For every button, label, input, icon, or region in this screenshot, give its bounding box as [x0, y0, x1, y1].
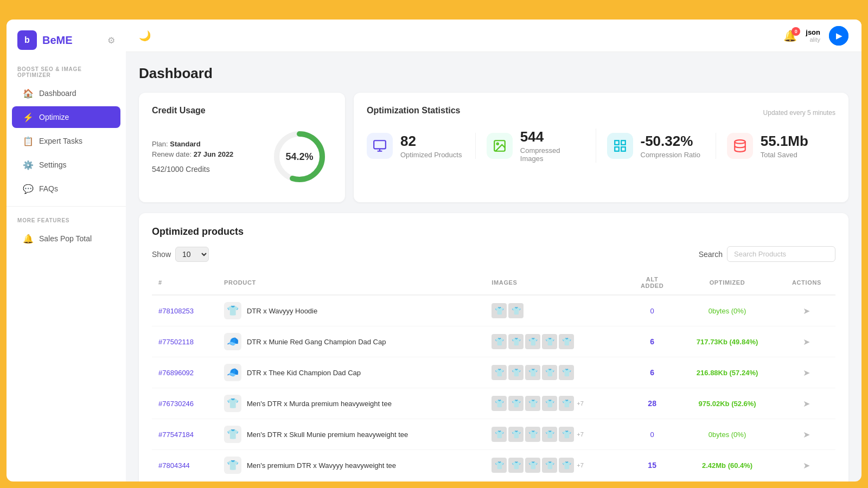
cell-id: #76896092 [152, 357, 218, 388]
credit-card-title: Credit Usage [152, 106, 332, 115]
product-link[interactable]: #76730246 [158, 400, 194, 408]
image-thumb: 👕 [492, 396, 507, 411]
product-link[interactable]: #77547184 [158, 431, 194, 439]
images-cell: 👕👕👕👕👕 [492, 365, 621, 380]
user-sub: ality [809, 36, 820, 43]
settings-gear-icon[interactable]: ⚙ [107, 35, 115, 46]
product-cell: 🧢 DTR x Thee Kid Champion Dad Cap [224, 364, 478, 381]
sidebar-item-label-dashboard: Dashboard [39, 89, 76, 98]
faqs-icon: 💬 [23, 183, 34, 194]
header-right: 🔔 0 json ality ▶ [783, 26, 848, 46]
sidebar-item-sales-pop[interactable]: 🔔 Sales Pop Total [12, 228, 120, 249]
stat-total-saved: 55.1Mb Total Saved [716, 133, 835, 159]
cell-optimized: 975.02Kb (52.6%) [676, 388, 778, 419]
header-left: 🌙 [139, 30, 151, 42]
action-button[interactable]: ➤ [803, 460, 810, 471]
sidebar-item-label-faqs: FAQs [39, 184, 58, 193]
action-button[interactable]: ➤ [803, 306, 810, 316]
stats-header: Optimization Statistics Updated every 5 … [367, 106, 835, 120]
cell-product: 👕 Men's DTR x Murda premium heavyweight … [218, 388, 485, 419]
sidebar-item-faqs[interactable]: 💬 FAQs [12, 178, 120, 200]
image-thumb: 👕 [492, 334, 507, 349]
action-button[interactable]: ➤ [803, 337, 810, 347]
action-button[interactable]: ➤ [803, 368, 810, 378]
sidebar-item-dashboard[interactable]: 🏠 Dashboard [12, 82, 120, 104]
settings-icon: ⚙️ [23, 159, 34, 170]
stat-products-info: 82 Optimized Products [400, 133, 462, 159]
image-thumb: 👕 [525, 334, 540, 349]
cell-actions: ➤ [778, 357, 835, 388]
col-optimized: OPTIMIZED [676, 271, 778, 295]
image-thumb: 👕 [525, 458, 540, 473]
sidebar-item-settings[interactable]: ⚙️ Settings [12, 154, 120, 176]
cell-optimized: 0bytes (0%) [676, 295, 778, 326]
plan-label: Plan: [152, 140, 168, 148]
product-link[interactable]: #77502118 [158, 338, 194, 346]
notification-button[interactable]: 🔔 0 [783, 29, 797, 42]
sidebar-item-label-settings: Settings [39, 160, 67, 169]
sidebar: b BeME ⚙ BOOST SEO & IMAGE OPTIMIZER 🏠 D… [7, 20, 126, 481]
sidebar-item-optimize[interactable]: ⚡ Optimize [12, 106, 120, 128]
product-name: DTR x Munie Red Gang Champion Dad Cap [247, 338, 386, 346]
show-label: Show [152, 250, 171, 259]
image-thumb: 👕 [559, 365, 574, 380]
logo-icon: b [17, 30, 37, 50]
content-area: Dashboard Credit Usage Plan: Standard Re [126, 52, 861, 481]
home-icon: 🏠 [23, 88, 34, 99]
stat-saved-value: 55.1Mb [761, 133, 808, 150]
images-more-count: +7 [577, 431, 584, 438]
svg-point-11 [735, 140, 745, 144]
cell-id: #76730246 [152, 388, 218, 419]
image-thumb: 👕 [492, 458, 507, 473]
sidebar-section-more: MORE FEATURES [7, 212, 126, 227]
sidebar-section-boost: BOOST SEO & IMAGE OPTIMIZER [7, 61, 126, 81]
product-link[interactable]: #76896092 [158, 369, 194, 377]
product-cell: 👕 DTR x Wavyyy Hoodie [224, 302, 478, 319]
product-link[interactable]: #78108253 [158, 307, 194, 315]
optimized-value: 2.42Mb (60.4%) [702, 461, 752, 470]
product-cell: 🧢 DTR x Munie Red Gang Champion Dad Cap [224, 333, 478, 350]
header: 🌙 🔔 0 json ality ▶ [126, 20, 861, 52]
moon-icon[interactable]: 🌙 [139, 30, 151, 42]
action-button[interactable]: ➤ [803, 429, 810, 440]
stat-ratio-info: -50.32% Compression Ratio [641, 133, 701, 159]
optimized-value: 0bytes (0%) [709, 307, 746, 315]
plan-text: Plan: Standard [152, 140, 251, 148]
product-cell: 👕 Men's DTR x Murda premium heavyweight … [224, 395, 478, 412]
image-thumb: 👕 [542, 365, 557, 380]
table-row: #76896092 🧢 DTR x Thee Kid Champion Dad … [152, 357, 835, 388]
action-button[interactable]: ➤ [803, 399, 810, 409]
cell-images: 👕👕👕👕👕+7 [485, 450, 628, 481]
page-title: Dashboard [139, 65, 848, 82]
search-input[interactable] [727, 246, 835, 262]
user-info: json ality [806, 28, 820, 43]
stat-compressed-images: 544 Compressed Images [476, 129, 596, 163]
svg-rect-7 [615, 140, 619, 145]
alt-added-value: 6 [650, 368, 654, 377]
cell-alt-added: 28 [628, 388, 676, 419]
notification-badge: 0 [792, 27, 800, 36]
product-link[interactable]: #7804344 [158, 461, 190, 470]
col-alt-added: ALTADDED [628, 271, 676, 295]
product-thumbnail: 🧢 [224, 364, 241, 381]
show-dropdown[interactable]: 10 25 50 100 [175, 247, 209, 262]
product-cell: 👕 Men's DTR x Skull Munie premium heavyw… [224, 426, 478, 443]
images-cell: 👕👕👕👕👕+7 [492, 427, 621, 442]
image-thumb: 👕 [542, 396, 557, 411]
product-thumbnail: 👕 [224, 302, 241, 319]
expert-tasks-icon: 📋 [23, 136, 34, 146]
stat-icon-ratio [607, 133, 633, 159]
sidebar-item-label-optimize: Optimize [39, 113, 69, 121]
image-thumb: 👕 [525, 427, 540, 442]
stat-saved-label: Total Saved [761, 151, 808, 159]
image-thumb: 👕 [508, 427, 524, 442]
cell-optimized: 717.73Kb (49.84%) [676, 326, 778, 357]
sidebar-item-label-expert-tasks: Expert Tasks [39, 137, 82, 145]
donut-label: 54.2% [285, 151, 313, 163]
stat-optimized-products: 82 Optimized Products [367, 133, 476, 159]
stat-icon-saved [727, 133, 753, 159]
cell-product: 🧢 DTR x Thee Kid Champion Dad Cap [218, 357, 485, 388]
image-thumb: 👕 [559, 458, 574, 473]
sidebar-item-expert-tasks[interactable]: 📋 Expert Tasks [12, 130, 120, 152]
cell-optimized: 0bytes (0%) [676, 419, 778, 450]
